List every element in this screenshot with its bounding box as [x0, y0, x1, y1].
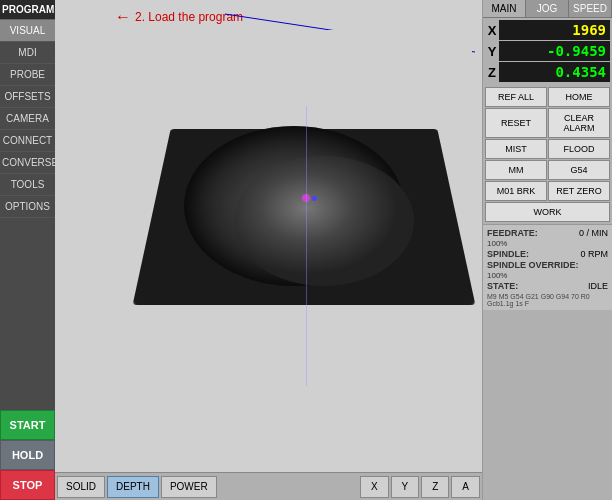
state-value: IDLE: [588, 281, 608, 291]
home-button[interactable]: HOME: [548, 87, 610, 107]
state-row: STATE: IDLE: [487, 281, 608, 291]
tab-bar: MAIN JOG SPEED: [483, 0, 612, 18]
feedrate-pct: 100%: [487, 239, 608, 248]
app-container: PROGRAM VISUAL MDI PROBE OFFSETS CAMERA …: [0, 0, 612, 500]
spindle-value: 0 RPM: [580, 249, 608, 259]
arrow-left-icon: ←: [115, 8, 131, 26]
main-area: ← 2. Load the program 4. Zero the axis →…: [55, 0, 612, 500]
y-axis-button[interactable]: Y: [391, 476, 420, 498]
control-grid: REF ALL HOME RESET CLEAR ALARM MIST FLOO…: [483, 85, 612, 224]
main-layout: PROGRAM VISUAL MDI PROBE OFFSETS CAMERA …: [0, 0, 612, 500]
g54-button[interactable]: G54: [548, 160, 610, 180]
z-axis-button[interactable]: Z: [421, 476, 449, 498]
model-viewport: [115, 30, 472, 442]
feedrate-value: 0 / MIN: [579, 228, 608, 238]
spindle-override-row: SPINDLE OVERRIDE:: [487, 260, 608, 270]
power-button[interactable]: POWER: [161, 476, 217, 498]
m01-brk-button[interactable]: M01 BRK: [485, 181, 547, 201]
work-button[interactable]: WORK: [485, 202, 610, 222]
annotation-step2: ← 2. Load the program: [115, 8, 243, 26]
ref-all-button[interactable]: REF ALL: [485, 87, 547, 107]
tab-jog[interactable]: JOG: [526, 0, 569, 17]
x-coord-row: X 1969: [485, 20, 610, 40]
y-coord-row: Y -0.9459: [485, 41, 610, 61]
sidebar-item-converse[interactable]: CONVERSE: [0, 152, 55, 174]
start-button[interactable]: START: [0, 410, 55, 440]
spindle-label: SPINDLE:: [487, 249, 529, 259]
tab-main[interactable]: MAIN: [483, 0, 526, 17]
state-label: STATE:: [487, 281, 518, 291]
content-panel: ← 2. Load the program 4. Zero the axis →…: [55, 0, 612, 500]
mist-button[interactable]: MIST: [485, 139, 547, 159]
z-coord-row: Z 0.4354: [485, 62, 610, 82]
flood-button[interactable]: FLOOD: [548, 139, 610, 159]
sidebar-header: PROGRAM: [0, 0, 55, 20]
x-axis-button[interactable]: X: [360, 476, 389, 498]
status-area: FEEDRATE: 0 / MIN 100% SPINDLE: 0 RPM SP…: [483, 224, 612, 310]
spindle-row: SPINDLE: 0 RPM: [487, 249, 608, 259]
crosshair-vertical: [306, 106, 307, 386]
coordinate-display: X 1969 Y -0.9459 Z 0.4354: [483, 18, 612, 85]
z-label: Z: [485, 65, 499, 80]
viewport: ← 2. Load the program 4. Zero the axis →…: [55, 0, 482, 472]
sidebar: PROGRAM VISUAL MDI PROBE OFFSETS CAMERA …: [0, 0, 55, 500]
depth-button[interactable]: DEPTH: [107, 476, 159, 498]
model-dot2: [312, 196, 317, 201]
center-content: ← 2. Load the program 4. Zero the axis →…: [55, 0, 482, 500]
clear-alarm-button[interactable]: CLEAR ALARM: [548, 108, 610, 138]
sidebar-item-visual[interactable]: VISUAL: [0, 20, 55, 42]
ret-zero-button[interactable]: RET ZERO: [548, 181, 610, 201]
mm-button[interactable]: MM: [485, 160, 547, 180]
a-axis-button[interactable]: A: [451, 476, 480, 498]
stop-button[interactable]: STOP: [0, 470, 55, 500]
sidebar-item-probe[interactable]: PROBE: [0, 64, 55, 86]
3d-model: [154, 106, 434, 366]
sidebar-item-tools[interactable]: TOOLS: [0, 174, 55, 196]
reset-button[interactable]: RESET: [485, 108, 547, 138]
model-circle: [184, 126, 404, 286]
sidebar-item-camera[interactable]: CAMERA: [0, 108, 55, 130]
hold-button[interactable]: HOLD: [0, 440, 55, 470]
spindle-override-value: 100%: [487, 271, 608, 280]
gcode-display: M9 M5 G54 G21 G90 G94 70 R0Gcb1.1g 1s F: [487, 293, 608, 307]
model-detail: [234, 156, 414, 286]
feedrate-row: FEEDRATE: 0 / MIN: [487, 228, 608, 238]
tab-speed[interactable]: SPEED: [569, 0, 612, 17]
y-value: -0.9459: [499, 41, 610, 61]
sidebar-item-options[interactable]: OPTIONS: [0, 196, 55, 218]
sidebar-item-offsets[interactable]: OFFSETS: [0, 86, 55, 108]
solid-button[interactable]: SOLID: [57, 476, 105, 498]
sidebar-action-buttons: START HOLD STOP: [0, 410, 55, 500]
x-value: 1969: [499, 20, 610, 40]
sidebar-item-connect[interactable]: CONNECT: [0, 130, 55, 152]
feedrate-label: FEEDRATE:: [487, 228, 538, 238]
spindle-override-label: SPINDLE OVERRIDE:: [487, 260, 579, 270]
right-panel: MAIN JOG SPEED X 1969 Y -0.9459: [482, 0, 612, 500]
y-label: Y: [485, 44, 499, 59]
x-label: X: [485, 23, 499, 38]
z-value: 0.4354: [499, 62, 610, 82]
sidebar-item-mdi[interactable]: MDI: [0, 42, 55, 64]
bottom-toolbar: SOLID DEPTH POWER X Y Z A: [55, 472, 482, 500]
